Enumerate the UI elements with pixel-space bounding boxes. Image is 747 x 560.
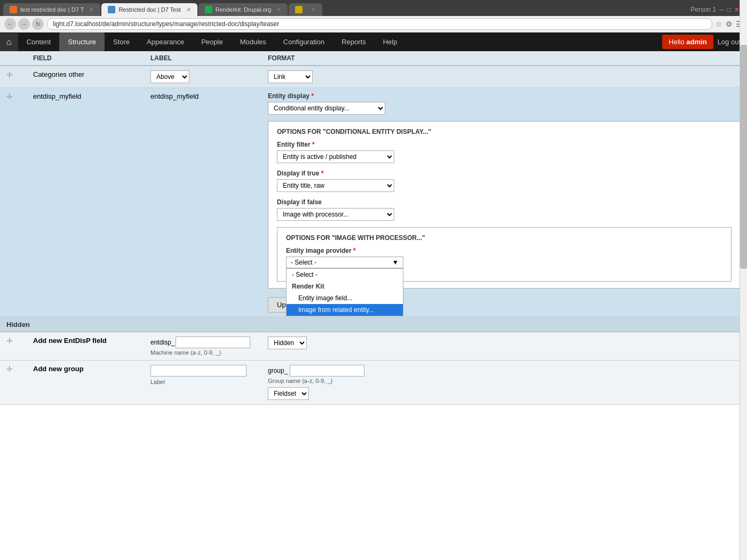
col-label: LABEL bbox=[150, 54, 268, 62]
drag-handle-2[interactable]: ✛ bbox=[6, 92, 33, 101]
drag-handle[interactable]: ✛ bbox=[6, 70, 33, 79]
home-button[interactable]: ⌂ bbox=[0, 33, 18, 51]
field-name-categories: Categories other bbox=[33, 70, 150, 78]
image-provider-group: Entity image provider * - Select - ▼ - S… bbox=[286, 247, 722, 268]
admin-name[interactable]: admin bbox=[686, 38, 706, 46]
top-nav-right: Hello admin Log out bbox=[662, 35, 747, 49]
add-group-drag: ✛ bbox=[6, 365, 33, 373]
display-if-false-select[interactable]: Image with processor... None bbox=[277, 208, 394, 221]
tab-2[interactable]: Restricted doc | D7 Test ✕ bbox=[101, 3, 197, 16]
scrollbar[interactable] bbox=[740, 0, 747, 531]
dropdown-arrow-icon: ▼ bbox=[392, 259, 399, 266]
add-field-input-cell: entdisp_ Machine name (a-z, 0-9, _) bbox=[150, 337, 268, 356]
close-btn[interactable]: ✕ bbox=[734, 6, 740, 13]
forward-button[interactable]: → bbox=[18, 18, 30, 30]
hidden-format-select[interactable]: Hidden Visible bbox=[268, 337, 307, 349]
entity-display-select[interactable]: Conditional entity display... Default bbox=[268, 102, 385, 115]
nav-configuration[interactable]: Configuration bbox=[275, 33, 333, 51]
format-select-link[interactable]: Link Plain text bbox=[268, 70, 313, 83]
display-if-false-group: Display if false Image with processor...… bbox=[277, 198, 732, 221]
dropdown-list: - Select - Render Kit Entity image field… bbox=[286, 268, 403, 316]
dropdown-item-entity-image-field[interactable]: Entity image field... bbox=[287, 292, 403, 304]
add-group-row: ✛ Add new group Label group_ Group name … bbox=[0, 361, 747, 405]
display-if-true-label: Display if true * bbox=[277, 170, 732, 177]
image-processor-title: OPTIONS FOR "IMAGE WITH PROCESSOR..." bbox=[286, 234, 722, 242]
group-name-input[interactable] bbox=[290, 365, 364, 377]
bookmark-icon[interactable]: ☆ bbox=[716, 20, 722, 28]
tab-1-close[interactable]: ✕ bbox=[89, 6, 94, 13]
table-row-entdisp: ✛ entdisp_myfield entdisp_myfield Entity… bbox=[0, 88, 747, 317]
entity-filter-select[interactable]: Entity is active / published Always true bbox=[277, 150, 394, 163]
minimize-btn[interactable]: ─ bbox=[719, 6, 724, 13]
col-field: FIELD bbox=[33, 54, 150, 62]
group-label-input[interactable] bbox=[150, 365, 247, 377]
tab-bar: test restricted doc | D7 T ✕ Restricted … bbox=[0, 0, 747, 16]
logout-link[interactable]: Log out bbox=[718, 38, 741, 46]
tab-1-label: test restricted doc | D7 T bbox=[20, 6, 84, 13]
nav-modules[interactable]: Modules bbox=[232, 33, 275, 51]
entity-display-group: Entity display * Conditional entity disp… bbox=[268, 92, 741, 115]
label-select-above[interactable]: Above Inline Hidden bbox=[150, 70, 189, 83]
refresh-button[interactable]: ↻ bbox=[32, 18, 44, 30]
tab-2-label: Restricted doc | D7 Test bbox=[118, 6, 180, 13]
scrollbar-thumb[interactable] bbox=[740, 45, 747, 269]
tab-2-favicon bbox=[108, 6, 115, 13]
image-provider-label: Entity image provider * bbox=[286, 247, 722, 254]
extension-icon[interactable]: ⚙ bbox=[726, 20, 733, 28]
image-provider-select-box[interactable]: - Select - ▼ bbox=[286, 257, 403, 268]
back-button[interactable]: ← bbox=[4, 18, 16, 30]
entity-filter-label: Entity filter * bbox=[277, 141, 732, 148]
hello-prefix: Hello bbox=[669, 38, 686, 46]
hello-admin: Hello admin bbox=[662, 35, 713, 49]
col-drag bbox=[6, 54, 33, 62]
tab-3-close[interactable]: ✕ bbox=[276, 6, 281, 13]
add-group-format-cell: group_ Group name (a-z, 0-9, _) Fieldset… bbox=[268, 365, 741, 400]
restore-btn[interactable]: □ bbox=[727, 6, 731, 13]
field-prefix: entdisp_ bbox=[150, 339, 174, 346]
tab-4[interactable]: ✕ bbox=[289, 3, 322, 16]
dropdown-item-image-from-related[interactable]: Image from related entity... bbox=[287, 304, 403, 316]
nav-structure[interactable]: Structure bbox=[59, 33, 105, 51]
user-label: Person 1 bbox=[690, 6, 716, 13]
tab-4-close[interactable]: ✕ bbox=[311, 6, 316, 13]
dropdown-group-renderkit: Render Kit bbox=[287, 281, 403, 292]
image-provider-select-wrapper: - Select - ▼ - Select - Render Kit bbox=[286, 257, 403, 268]
add-field-label: Add new EntDisP field bbox=[33, 337, 107, 345]
tab-1[interactable]: test restricted doc | D7 T ✕ bbox=[3, 3, 100, 16]
format-cell: Link Plain text bbox=[268, 70, 741, 83]
tab-3-favicon bbox=[205, 6, 212, 13]
tab-3-label: Renderkit: Drupal.org bbox=[216, 6, 272, 13]
top-nav: ⌂ Content Structure Store Appearance Peo… bbox=[0, 33, 747, 51]
nav-appearance[interactable]: Appearance bbox=[138, 33, 193, 51]
add-group-label-cell: Add new group bbox=[33, 365, 150, 373]
add-group-label: Add new group bbox=[33, 365, 84, 373]
nav-reports[interactable]: Reports bbox=[333, 33, 375, 51]
group-format-select[interactable]: Fieldset Div bbox=[268, 387, 309, 400]
add-field-format-cell: Hidden Visible bbox=[268, 337, 741, 349]
conditional-options-panel: OPTIONS FOR "CONDITIONAL ENTITY DISPLAY.… bbox=[268, 121, 741, 289]
display-if-true-group: Display if true * Entity title, raw Enti… bbox=[277, 170, 732, 192]
table-header: FIELD LABEL FORMAT bbox=[0, 51, 747, 66]
group-machine-hint: Group name (a-z, 0-9, _) bbox=[268, 378, 741, 384]
tab-3[interactable]: Renderkit: Drupal.org ✕ bbox=[198, 3, 288, 16]
dropdown-item-select[interactable]: - Select - bbox=[287, 269, 403, 281]
tab-4-favicon bbox=[295, 6, 303, 13]
nav-store[interactable]: Store bbox=[105, 33, 138, 51]
nav-content[interactable]: Content bbox=[18, 33, 60, 51]
conditional-options-title: OPTIONS FOR "CONDITIONAL ENTITY DISPLAY.… bbox=[277, 128, 732, 135]
add-field-input[interactable] bbox=[176, 337, 250, 348]
url-bar[interactable] bbox=[47, 18, 712, 30]
nav-help[interactable]: Help bbox=[375, 33, 406, 51]
hidden-label: Hidden bbox=[6, 321, 30, 329]
hidden-section-header: Hidden bbox=[0, 317, 747, 332]
label-cell: Above Inline Hidden bbox=[150, 70, 268, 83]
tab-2-close[interactable]: ✕ bbox=[186, 6, 191, 13]
display-if-true-select[interactable]: Entity title, raw Entity title, linked bbox=[277, 179, 394, 192]
table-row: ✛ Categories other Above Inline Hidden L… bbox=[0, 66, 747, 88]
address-bar-icons: ☆ ⚙ ☰ bbox=[716, 20, 743, 28]
label-hint: Label bbox=[150, 379, 268, 385]
nav-people[interactable]: People bbox=[193, 33, 231, 51]
add-field-label-cell: Add new EntDisP field bbox=[33, 337, 150, 345]
add-field-row: ✛ Add new EntDisP field entdisp_ Machine… bbox=[0, 332, 747, 361]
group-prefix: group_ bbox=[268, 367, 288, 374]
